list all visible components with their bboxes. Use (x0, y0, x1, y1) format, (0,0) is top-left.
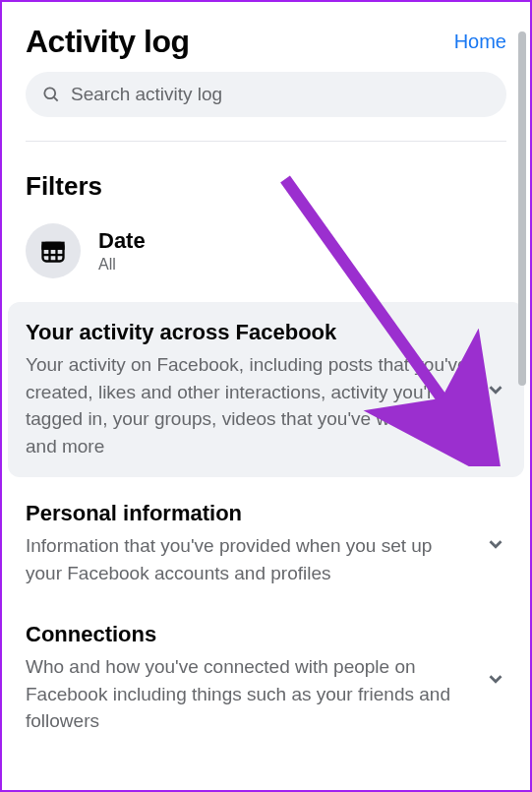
category-activity-across-facebook[interactable]: Your activity across Facebook Your activ… (8, 302, 524, 477)
filter-date-value: All (98, 256, 146, 274)
filter-date[interactable]: Date All (26, 223, 506, 278)
scrollbar[interactable] (518, 31, 526, 386)
category-desc: Your activity on Facebook, including pos… (26, 351, 469, 459)
chevron-down-icon (485, 379, 506, 400)
svg-point-0 (44, 88, 55, 98)
search-icon (41, 85, 61, 104)
svg-line-1 (54, 97, 58, 101)
header: Activity log Home (2, 2, 530, 72)
filters-heading: Filters (26, 171, 506, 202)
chevron-down-icon (485, 533, 506, 555)
category-title: Your activity across Facebook (26, 320, 469, 345)
filters-section: Filters Date All (2, 142, 530, 296)
filter-date-label: Date (98, 228, 146, 254)
search-box[interactable] (26, 72, 506, 117)
category-title: Personal information (26, 501, 469, 526)
category-desc: Information that you've provided when yo… (26, 532, 469, 586)
category-personal-information[interactable]: Personal information Information that yo… (2, 483, 530, 604)
search-input[interactable] (71, 84, 491, 105)
home-link[interactable]: Home (454, 30, 506, 53)
category-desc: Who and how you've connected with people… (26, 653, 469, 735)
chevron-down-icon (485, 668, 506, 690)
page-title: Activity log (26, 24, 189, 60)
calendar-icon (26, 223, 81, 278)
category-connections[interactable]: Connections Who and how you've connected… (2, 604, 530, 753)
svg-rect-7 (43, 243, 64, 249)
category-title: Connections (26, 622, 469, 647)
